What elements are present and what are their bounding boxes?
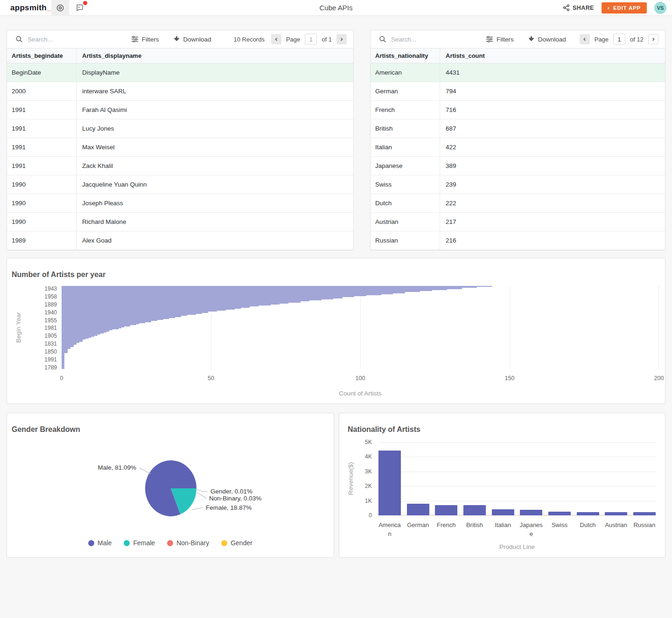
search-box[interactable] — [379, 35, 472, 43]
table-body: BeginDateDisplayName2000interware SARL19… — [7, 63, 353, 250]
share-button[interactable]: SHARE — [563, 4, 594, 11]
table-cell: 239 — [440, 175, 665, 194]
comment-bubble-icon — [76, 4, 84, 12]
legend-item[interactable]: Non-Binary — [167, 539, 209, 547]
table-cell: Farah Al Qasimi — [77, 101, 353, 119]
table-row[interactable]: Japanese389 — [371, 157, 665, 175]
prev-page-button[interactable]: ‹ — [580, 34, 590, 44]
x-category-label: Swiss — [548, 521, 571, 539]
table-cell: 1989 — [7, 231, 77, 250]
column-header[interactable]: Artists_displayname — [77, 49, 353, 63]
table-row[interactable]: German794 — [371, 82, 665, 101]
bar — [407, 504, 429, 515]
table-tools: Filters Download — [486, 36, 566, 43]
download-icon — [528, 36, 535, 42]
x-category-label: Dutch — [576, 521, 600, 539]
table-cell: French — [371, 101, 440, 119]
plot-area — [62, 286, 659, 369]
download-button[interactable]: Download — [173, 36, 211, 43]
column-header[interactable]: Artists_begindate — [7, 49, 77, 63]
table-row[interactable]: 1991Zack Khalil — [7, 157, 353, 175]
table-row[interactable]: 1989Alex Goad — [7, 231, 353, 250]
x-category-label: Japanese — [519, 521, 543, 539]
page-number-input[interactable] — [305, 34, 317, 45]
y-tick-label: 4K — [365, 453, 372, 460]
legend-item[interactable]: Male — [88, 539, 112, 547]
table-cell: 1991 — [7, 157, 77, 175]
table-cell: 216 — [440, 231, 665, 250]
app-viewport: appsmith_ Cube APIs — [0, 0, 672, 618]
search-box[interactable] — [15, 35, 109, 43]
y-tick-label: 1991 — [44, 356, 57, 363]
x-tick-label: 0 — [60, 375, 63, 382]
table-cell: 687 — [440, 119, 665, 138]
pie-label-male: Male, 81.09% — [98, 464, 136, 471]
table-cell: German — [371, 82, 440, 100]
download-button[interactable]: Download — [528, 36, 566, 43]
legend-label: Non-Binary — [176, 539, 209, 547]
search-input[interactable] — [28, 36, 88, 43]
filters-button[interactable]: Filters — [131, 36, 159, 43]
table-cell: BeginDate — [7, 63, 77, 82]
table-row[interactable]: American4431 — [371, 63, 665, 82]
download-label: Download — [538, 36, 566, 43]
filter-icon — [131, 36, 139, 42]
table-row[interactable]: Dutch222 — [371, 194, 665, 213]
pie-label-gender: Gender, 0.01% — [210, 488, 252, 495]
y-tick-label: 1943 — [44, 285, 57, 292]
preview-eye-button[interactable] — [51, 0, 69, 16]
user-avatar[interactable]: VS — [654, 2, 666, 14]
table-cell: 1991 — [7, 101, 77, 119]
x-category-label: Austrian — [604, 521, 628, 539]
bar — [492, 509, 514, 515]
logo-text: appsmith — [10, 3, 47, 12]
legend-item[interactable]: Gender — [221, 539, 252, 547]
search-input[interactable] — [391, 36, 452, 43]
legend-item[interactable]: Female — [124, 539, 155, 547]
table-row[interactable]: 2000interware SARL — [7, 82, 353, 101]
table-cell: Dutch — [371, 194, 440, 212]
x-axis-tick-labels: 050100150200 — [62, 375, 659, 382]
y-tick-label: 1789 — [44, 364, 57, 371]
y-tick-label: 0 — [369, 512, 372, 519]
x-category-label: German — [406, 521, 430, 539]
chart-title: Number of Artists per year — [12, 271, 105, 279]
table-row[interactable]: 1991Max Weisel — [7, 138, 353, 157]
table-row[interactable]: British687 — [371, 119, 665, 138]
feedback-button[interactable] — [71, 0, 89, 16]
edit-app-button[interactable]: ‹ EDIT APP — [602, 2, 647, 14]
download-label: Download — [183, 36, 211, 43]
table-row[interactable]: Russian216 — [371, 231, 665, 250]
table-cell: 217 — [440, 213, 665, 231]
table-row[interactable]: BeginDateDisplayName — [7, 63, 353, 82]
table-cell: Alex Goad — [77, 231, 353, 250]
table-row[interactable]: Swiss239 — [371, 175, 665, 194]
page-number-input[interactable] — [613, 34, 625, 45]
table-row[interactable]: 1991Farah Al Qasimi — [7, 101, 353, 119]
table-row[interactable]: Italian422 — [371, 138, 665, 157]
table-row[interactable]: 1990Joseph Pleass — [7, 194, 353, 213]
column-header[interactable]: Artists_nationality — [371, 49, 440, 63]
filters-button[interactable]: Filters — [486, 36, 514, 43]
callout-line — [197, 490, 208, 492]
table-row[interactable]: 1991Lucy Jones — [7, 119, 353, 138]
column-header[interactable]: Artists_count — [440, 49, 665, 63]
next-page-button[interactable]: › — [648, 34, 658, 44]
callout-line — [140, 468, 151, 474]
table-row[interactable]: 1990Jacqueline Yuan Quinn — [7, 175, 353, 194]
table-cell: Austrian — [371, 213, 440, 231]
next-page-button[interactable]: › — [336, 34, 347, 44]
bar — [577, 512, 599, 515]
table-row[interactable]: Austrian217 — [371, 213, 665, 231]
legend-label: Female — [133, 539, 155, 547]
prev-page-button[interactable]: ‹ — [271, 34, 281, 44]
table-cell: 794 — [440, 82, 665, 100]
callout-line — [192, 507, 203, 510]
table-row[interactable]: French716 — [371, 101, 665, 119]
table-row[interactable]: 1990Richard Malone — [7, 213, 353, 231]
y-tick-label: 2K — [365, 482, 372, 490]
header-actions: SHARE ‹ EDIT APP VS — [563, 2, 672, 14]
bar-slot — [463, 505, 486, 515]
legend-dot-icon — [124, 540, 130, 546]
x-category-label: Russian — [633, 521, 656, 539]
